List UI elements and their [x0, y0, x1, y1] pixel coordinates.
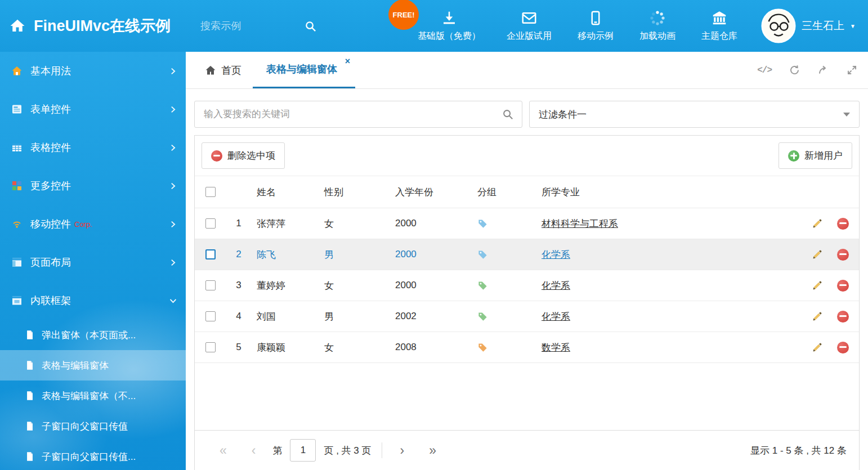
- sidebar-item-grid-controls[interactable]: 表格控件: [0, 128, 186, 167]
- first-page-button[interactable]: «: [207, 444, 239, 457]
- cell-gender: 男: [319, 248, 390, 261]
- share-icon[interactable]: [817, 64, 829, 76]
- sidebar-subitem-grid-edit-window-2[interactable]: 表格与编辑窗体（不...: [0, 381, 186, 411]
- sidebar-subitem-child-to-parent[interactable]: 子窗口向父窗口传值: [0, 411, 186, 441]
- cell-gender: 女: [319, 341, 390, 354]
- row-checkbox[interactable]: [205, 218, 216, 229]
- tag-icon: [477, 342, 536, 353]
- search-icon[interactable]: [502, 108, 514, 120]
- row-checkbox[interactable]: [205, 342, 216, 352]
- edit-icon[interactable]: [811, 249, 823, 261]
- edit-icon[interactable]: [811, 342, 823, 353]
- sidebar-item-mobile-controls[interactable]: 移动控件 Corp.: [0, 205, 186, 243]
- major-link[interactable]: 化学系: [542, 280, 570, 291]
- page-input[interactable]: [290, 439, 316, 462]
- sidebar-item-page-layout[interactable]: 页面布局: [0, 243, 186, 281]
- nav-mobile-demo[interactable]: 移动示例: [578, 10, 614, 42]
- mobile-icon: [587, 10, 604, 26]
- refresh-icon[interactable]: [789, 64, 800, 76]
- sidebar-item-label: 移动控件: [30, 217, 71, 231]
- tag-icon: [477, 311, 536, 322]
- tab-grid-edit-window[interactable]: 表格与编辑窗体 ×: [253, 52, 355, 88]
- page-label-suffix: 页 , 共 3 页: [324, 444, 371, 457]
- sidebar-item-basic-usage[interactable]: 基本用法: [0, 52, 186, 90]
- sidebar-subitem-grid-edit-window[interactable]: 表格与编辑窗体: [0, 350, 186, 381]
- tab-close-icon[interactable]: ×: [345, 57, 350, 66]
- main-content: 首页 表格与编辑窗体 × </> 过滤条件一: [186, 52, 868, 470]
- column-header-name[interactable]: 姓名: [251, 186, 319, 199]
- form-icon: [11, 104, 23, 115]
- file-icon: [25, 451, 35, 462]
- sidebar-subitem-popup-window[interactable]: 弹出窗体（本页面或...: [0, 320, 186, 350]
- edit-icon[interactable]: [811, 311, 823, 323]
- nav-basic-edition[interactable]: FREE! 基础版（免费）: [418, 10, 481, 42]
- major-link[interactable]: 化学系: [542, 249, 570, 260]
- app-header: FineUIMvc在线示例 FREE! 基础版（免费） 企业版试用 移动示例: [0, 0, 868, 52]
- sidebar-item-label: 页面布局: [30, 256, 71, 269]
- prev-page-button[interactable]: ‹: [239, 444, 269, 457]
- app-logo[interactable]: FineUIMvc在线示例: [0, 16, 186, 36]
- column-header-gender[interactable]: 性别: [319, 186, 390, 199]
- tab-label: 表格与编辑窗体: [266, 62, 337, 76]
- delete-selected-button[interactable]: 删除选中项: [202, 142, 285, 169]
- delete-selected-label: 删除选中项: [227, 149, 275, 162]
- column-header-year[interactable]: 入学年份: [390, 186, 472, 199]
- row-number: 5: [226, 342, 251, 353]
- avatar: [761, 8, 796, 43]
- tab-home[interactable]: 首页: [194, 52, 253, 88]
- search-icon[interactable]: [304, 20, 317, 33]
- cell-year: 2008: [390, 342, 472, 353]
- sidebar: 基本用法 表单控件 表格控件 更多控件 移动控件: [0, 52, 186, 470]
- fullscreen-icon[interactable]: [846, 64, 858, 76]
- cell-gender: 男: [319, 310, 390, 323]
- add-user-button[interactable]: 新增用户: [778, 142, 852, 169]
- grid-toolbar: 删除选中项 新增用户: [195, 136, 859, 176]
- major-link[interactable]: 化学系: [542, 311, 570, 322]
- edit-icon[interactable]: [811, 218, 823, 230]
- add-user-label: 新增用户: [804, 149, 843, 162]
- minus-circle-icon: [211, 150, 222, 162]
- table-row: 2 陈飞 男 2000 化学系: [195, 239, 859, 270]
- major-link[interactable]: 数学系: [542, 342, 570, 353]
- nav-loading-animation[interactable]: 加载动画: [639, 10, 675, 42]
- row-checkbox[interactable]: [205, 280, 216, 290]
- delete-icon[interactable]: [837, 311, 849, 323]
- sidebar-item-label: 更多控件: [30, 179, 71, 193]
- delete-icon[interactable]: [837, 342, 849, 353]
- cell-year: 2000: [390, 249, 472, 260]
- column-header-major[interactable]: 所学专业: [536, 186, 793, 199]
- header-search-input[interactable]: [199, 20, 284, 33]
- edit-icon[interactable]: [811, 280, 823, 292]
- sidebar-item-form-controls[interactable]: 表单控件: [0, 90, 186, 128]
- delete-icon[interactable]: [837, 249, 849, 261]
- user-menu[interactable]: 三生石上 ▼: [761, 8, 868, 43]
- home-icon: [11, 65, 23, 77]
- nav-theme-store[interactable]: 主题仓库: [701, 10, 737, 42]
- row-checkbox[interactable]: [205, 311, 216, 321]
- caret-down-icon: ▼: [850, 23, 856, 29]
- column-header-group[interactable]: 分组: [472, 186, 536, 199]
- tab-label: 首页: [221, 64, 241, 77]
- last-page-button[interactable]: »: [417, 444, 449, 457]
- download-icon: [441, 10, 458, 26]
- code-icon[interactable]: </>: [757, 65, 772, 75]
- sidebar-subitem-child-to-parent-2[interactable]: 子窗口向父窗口传值...: [0, 441, 186, 470]
- filter-dropdown[interactable]: 过滤条件一: [529, 101, 860, 128]
- sidebar-subitem-label: 弹出窗体（本页面或...: [42, 329, 136, 342]
- select-all-checkbox[interactable]: [205, 187, 216, 197]
- tab-bar: 首页 表格与编辑窗体 × </>: [186, 52, 868, 89]
- major-link[interactable]: 材料科学与工程系: [542, 218, 618, 229]
- free-badge: FREE!: [388, 0, 419, 30]
- filter-dropdown-value: 过滤条件一: [539, 108, 587, 121]
- delete-icon[interactable]: [837, 218, 849, 230]
- sidebar-item-more-controls[interactable]: 更多控件: [0, 167, 186, 205]
- chevron-down-icon: [171, 297, 176, 305]
- data-grid: 姓名 性别 入学年份 分组 所学专业 1 张萍萍 女 2000 材料科学与工程系: [195, 176, 859, 430]
- delete-icon[interactable]: [837, 280, 849, 292]
- sidebar-item-iframe[interactable]: 内联框架: [0, 281, 186, 320]
- next-page-button[interactable]: ›: [388, 444, 417, 457]
- nav-enterprise-trial[interactable]: 企业版试用: [507, 10, 552, 42]
- row-checkbox[interactable]: [205, 249, 216, 259]
- keyword-search-input[interactable]: [203, 108, 502, 120]
- row-number: 2: [226, 249, 251, 260]
